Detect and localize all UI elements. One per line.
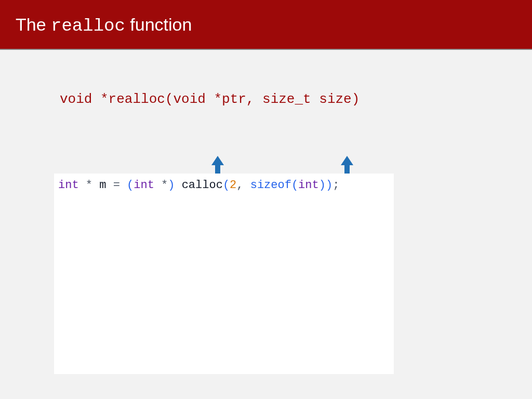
code-token: (	[291, 179, 298, 192]
title-suffix: function	[125, 15, 192, 34]
code-token: int	[298, 179, 319, 192]
code-token: calloc	[175, 179, 222, 192]
title-code: realloc	[51, 16, 125, 36]
title-prefix: The	[16, 15, 51, 34]
code-token: (	[223, 179, 230, 192]
code-block: int * m = (int *) calloc(2, sizeof(int))…	[54, 174, 394, 374]
code-token: ;	[332, 179, 339, 192]
code-token: *	[86, 179, 92, 192]
code-token: *	[161, 179, 168, 192]
code-token: sizeof	[250, 179, 291, 192]
slide-header: The realloc function	[0, 0, 532, 50]
function-signature: void *realloc(void *ptr, size_t size)	[60, 91, 472, 107]
code-token: ,	[236, 179, 243, 192]
code-token	[79, 179, 86, 192]
code-token: )	[168, 179, 175, 192]
slide-title: The realloc function	[16, 15, 516, 36]
code-token: int	[58, 179, 79, 192]
code-line: int * m = (int *) calloc(2, sizeof(int))…	[54, 174, 394, 192]
code-token: ))	[319, 179, 332, 192]
code-token: m	[92, 179, 113, 192]
code-token: 2	[230, 179, 236, 192]
code-token	[243, 179, 250, 192]
slide-body: void *realloc(void *ptr, size_t size) Ex…	[0, 50, 532, 107]
code-token	[120, 179, 127, 192]
code-token: int	[134, 179, 154, 192]
code-token: =	[113, 179, 120, 192]
code-token	[154, 179, 161, 192]
code-token: (	[127, 179, 134, 192]
